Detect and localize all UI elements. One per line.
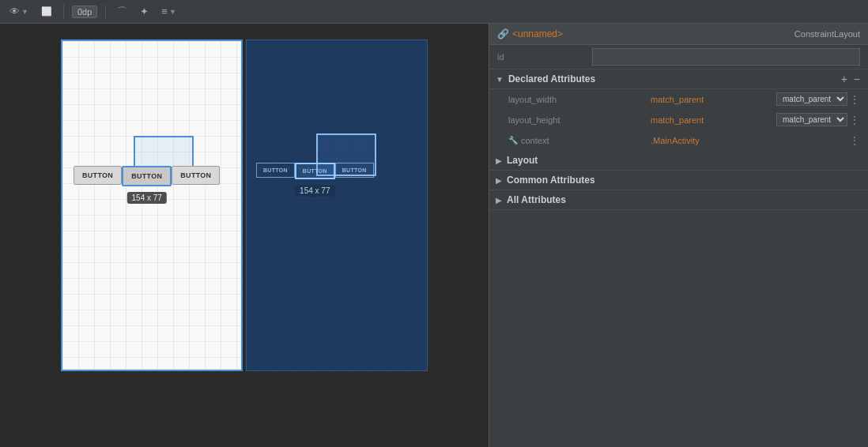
all-attributes-section[interactable]: ▶ All Attributes [489,190,868,210]
layout-height-menu[interactable]: ⋮ [849,114,860,126]
declared-remove-button[interactable]: − [852,73,862,85]
component-name: <unnamed> [512,28,563,39]
design-button-1[interactable]: BUTTON [74,166,122,185]
declared-title: Declared Attributes [508,73,840,85]
rp-title: 🔗 <unnamed> [497,28,563,39]
id-label: id [497,52,592,62]
declared-actions: + − [840,73,862,85]
common-attributes-section[interactable]: ▶ Common Attributes [489,171,868,190]
layout-width-value: match_parent [651,95,776,104]
declared-add-button[interactable]: + [840,73,849,85]
design-panel: BUTTON BUTTON 154 x 77 BUTTON [61,39,243,371]
blueprint-button-3[interactable]: BUTTON [335,163,374,178]
design-btn-3-label[interactable]: BUTTON [172,166,220,185]
context-row: 🔧 context .MainActivity ⋮ [489,130,868,151]
design-button-2-wrapper: BUTTON 154 x 77 [122,166,172,186]
blueprint-btn-2-label[interactable]: BUTTON [295,163,335,179]
design-btn-1-label[interactable]: BUTTON [74,166,122,185]
toolbar: 👁 ▼ ⬜ 0dp ⌒ ✦ ≡ ▼ [0,0,868,24]
context-menu[interactable]: ⋮ [849,134,860,147]
design-button-group: BUTTON BUTTON 154 x 77 BUTTON [74,166,220,186]
design-button-3[interactable]: BUTTON [172,166,220,185]
main-area: BUTTON BUTTON 154 x 77 BUTTON [0,24,868,447]
blueprint-button-group: BUTTON BUTTON 154 x 77 BUTTON [256,163,374,179]
layout-type-label: ConstraintLayout [794,29,860,39]
link-icon: 🔗 [497,28,509,39]
design-size-tooltip: 154 x 77 [127,192,167,204]
id-input[interactable] [592,48,860,66]
layout-height-controls: match_parent wrap_content fixed ⋮ [776,113,860,126]
layout-width-dropdown[interactable]: match_parent wrap_content fixed [776,92,847,106]
right-panel: 🔗 <unnamed> ConstraintLayout id ▼ Declar… [489,24,868,447]
layout-section[interactable]: ▶ Layout [489,151,868,171]
layout-height-value: match_parent [651,115,776,125]
layout-height-label: layout_height [508,115,651,125]
design-btn-2-label[interactable]: BUTTON [122,166,172,186]
common-arrow: ▶ [496,176,502,185]
all-title: All Attributes [507,194,862,205]
layout-title: Layout [507,155,862,166]
toolbar-separator [63,5,64,19]
layout-height-dropdown[interactable]: match_parent wrap_content fixed [776,113,847,126]
blueprint-button-1[interactable]: BUTTON [256,163,295,178]
blueprint-panel: BUTTON BUTTON 154 x 77 BUTTON [246,39,428,371]
blueprint-btn-3-label[interactable]: BUTTON [335,163,374,178]
layout-height-row: layout_height match_parent match_parent … [489,110,868,130]
context-controls: ⋮ [849,134,860,147]
context-value: .MainActivity [651,136,849,145]
declared-arrow: ▼ [496,75,504,84]
layout-arrow: ▶ [496,156,502,165]
magic-icon[interactable]: ✦ [137,4,152,19]
wrench-icon: 🔧 [508,136,518,145]
declared-attributes-section[interactable]: ▼ Declared Attributes + − [489,69,868,89]
layout-width-controls: match_parent wrap_content fixed ⋮ [776,92,860,106]
blueprint-button-2-wrapper: BUTTON 154 x 77 [295,163,335,179]
layout-width-menu[interactable]: ⋮ [849,93,860,106]
layout-width-label: layout_width [508,95,651,104]
all-arrow: ▶ [496,196,502,205]
dp-badge[interactable]: 0dp [72,6,97,18]
blueprint-size-tooltip: 154 x 77 [295,185,334,197]
toolbar-separator-2 [105,5,106,19]
common-title: Common Attributes [507,175,862,186]
eye-icon[interactable]: 👁 ▼ [6,4,32,19]
device-icon[interactable]: ⬜ [38,5,55,18]
canvas-area: BUTTON BUTTON 154 x 77 BUTTON [0,24,489,447]
context-label: 🔧 context [508,136,651,145]
curve-icon[interactable]: ⌒ [114,3,130,21]
id-row: id [489,45,868,69]
layout-width-row: layout_width match_parent match_parent w… [489,89,868,110]
align-icon[interactable]: ≡ ▼ [158,4,179,19]
rp-header: 🔗 <unnamed> ConstraintLayout [489,24,868,45]
design-panel-inner: BUTTON BUTTON 154 x 77 BUTTON [62,41,241,370]
blueprint-btn-1-label[interactable]: BUTTON [256,163,295,178]
